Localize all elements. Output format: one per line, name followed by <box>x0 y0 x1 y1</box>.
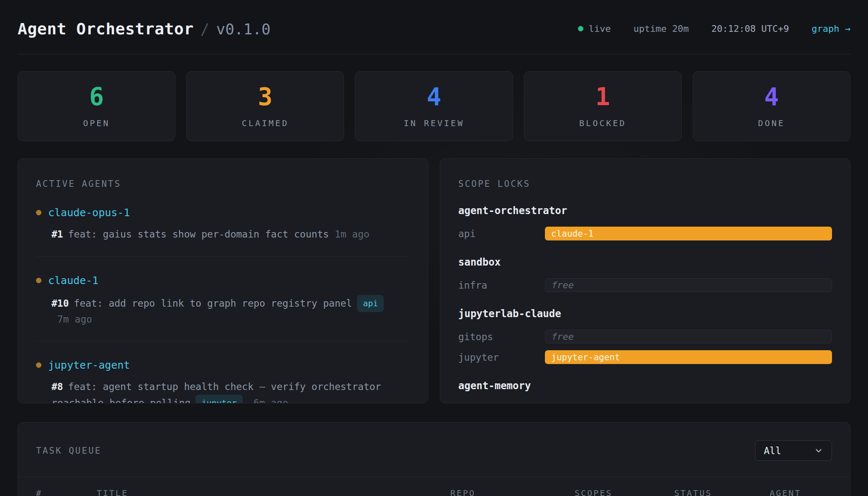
uptime-label: uptime 20m <box>633 23 688 34</box>
task-filter-value: All <box>764 445 781 456</box>
task-time-ago: 6m ago <box>254 398 288 403</box>
task-title: feat: gaius stats show per-domain fact c… <box>68 229 329 240</box>
task-title: feat: add repo link to graph repo regist… <box>74 298 352 309</box>
lock-group-name: sandbox <box>458 256 832 268</box>
app-title-group: Agent Orchestrator / v0.1.0 <box>18 20 271 38</box>
task-time-ago: 7m ago <box>57 314 92 325</box>
lock-group: jupyterlab-claude gitops free jupyter ju… <box>458 308 832 364</box>
stat-label-claimed: CLAIMED <box>242 118 289 128</box>
app-version: v0.1.0 <box>216 21 271 38</box>
stat-card-blocked: 1 BLOCKED <box>524 71 682 141</box>
task-id: #8 <box>51 381 63 392</box>
agent-entry: jupyter-agent #8feat: agent startup heal… <box>36 359 410 403</box>
lock-scope-label: infra <box>458 280 545 291</box>
agent-name-link[interactable]: jupyter-agent <box>48 359 130 371</box>
stat-value-claimed: 3 <box>258 85 272 109</box>
stats-row: 6 OPEN 3 CLAIMED 4 IN REVIEW 1 BLOCKED 4… <box>18 71 850 141</box>
task-filter-select[interactable]: All <box>755 440 832 461</box>
agent-name-link[interactable]: claude-1 <box>48 274 98 287</box>
scope-locks-panel: SCOPE LOCKS agent-orchestrator api claud… <box>440 158 850 403</box>
lock-row: infra free <box>458 278 832 292</box>
stat-label-blocked: BLOCKED <box>579 118 626 128</box>
live-dot-icon <box>578 26 583 31</box>
column-header-scopes: SCOPES <box>575 488 674 496</box>
stat-value-open: 6 <box>89 85 104 109</box>
column-header-id: # <box>36 488 97 496</box>
task-queue-panel: TASK QUEUE All # TITLE REPO SCOPES STATU… <box>18 422 850 496</box>
stat-card-done: 4 DONE <box>693 71 850 141</box>
scope-locks-title: SCOPE LOCKS <box>458 179 832 189</box>
agent-divider <box>36 256 410 257</box>
clock: 20:12:08 UTC+9 <box>711 23 789 34</box>
agent-task-line: #10feat: add repo link to graph repo reg… <box>51 295 410 327</box>
lock-group-name: jupyterlab-claude <box>458 308 832 320</box>
column-header-agent: AGENT <box>770 488 832 496</box>
header-status-group: live uptime 20m 20:12:08 UTC+9 graph → <box>578 23 850 34</box>
stat-label-in-review: IN REVIEW <box>404 118 464 128</box>
lock-holder-bar: jupyter-agent <box>545 350 832 364</box>
agent-entry: claude-1 #10feat: add repo link to graph… <box>36 274 410 327</box>
active-agents-title: ACTIVE AGENTS <box>36 179 410 189</box>
task-time-ago: 1m ago <box>335 229 370 240</box>
live-label: live <box>588 23 611 34</box>
lock-free-bar: free <box>545 278 832 292</box>
stat-card-in-review: 4 IN REVIEW <box>355 71 513 141</box>
scope-badge: jupyter <box>195 395 242 403</box>
title-separator: / <box>200 21 210 38</box>
stat-label-done: DONE <box>758 118 785 128</box>
lock-group-name: agent-orchestrator <box>458 205 832 217</box>
lock-holder-bar: claude-1 <box>545 227 832 240</box>
task-id: #10 <box>51 298 69 309</box>
task-queue-header: TASK QUEUE All <box>18 423 850 477</box>
agent-status-dot <box>36 210 41 215</box>
lock-row: gitops free <box>458 330 832 344</box>
app-header: Agent Orchestrator / v0.1.0 live uptime … <box>18 0 850 54</box>
stat-card-claimed: 3 CLAIMED <box>186 71 344 141</box>
agent-status-dot <box>36 362 41 368</box>
page-title: Agent Orchestrator <box>18 20 194 38</box>
agent-task-line: #1feat: gaius stats show per-domain fact… <box>51 227 410 242</box>
lock-group: agent-memory <box>458 380 832 392</box>
stat-label-open: OPEN <box>83 118 110 128</box>
agent-name-link[interactable]: claude-opus-1 <box>48 207 130 219</box>
active-agents-panel: ACTIVE AGENTS claude-opus-1 #1feat: gaiu… <box>18 158 428 403</box>
agent-task-line: #8feat: agent startup health check — ver… <box>51 380 410 403</box>
task-queue-title: TASK QUEUE <box>36 446 101 456</box>
task-table-header-row: # TITLE REPO SCOPES STATUS AGENT <box>18 477 850 496</box>
column-header-title: TITLE <box>97 488 450 496</box>
chevron-down-icon <box>814 446 823 455</box>
lock-row: jupyter jupyter-agent <box>458 350 832 364</box>
lock-group: sandbox infra free <box>458 256 832 292</box>
lock-scope-label: gitops <box>458 331 545 342</box>
agent-entry: claude-opus-1 #1feat: gaius stats show p… <box>36 207 410 242</box>
stat-value-done: 4 <box>764 85 779 109</box>
stat-value-in-review: 4 <box>427 85 442 109</box>
column-header-status: STATUS <box>674 488 770 496</box>
dashboard-page: Agent Orchestrator / v0.1.0 live uptime … <box>0 0 868 496</box>
scope-badge: api <box>357 295 384 312</box>
lock-group: agent-orchestrator api claude-1 <box>458 205 832 240</box>
stat-card-open: 6 OPEN <box>18 71 175 141</box>
mid-panels: ACTIVE AGENTS claude-opus-1 #1feat: gaiu… <box>18 158 850 403</box>
column-header-repo: REPO <box>450 488 575 496</box>
agent-divider <box>36 341 410 341</box>
lock-scope-label: api <box>458 228 545 239</box>
lock-free-bar: free <box>545 330 832 344</box>
live-status: live <box>578 23 611 34</box>
stat-value-blocked: 1 <box>596 85 610 109</box>
task-id: #1 <box>51 229 63 240</box>
lock-row: api claude-1 <box>458 227 832 240</box>
graph-link[interactable]: graph → <box>812 23 850 34</box>
agent-status-dot <box>36 278 41 283</box>
lock-scope-label: jupyter <box>458 352 545 363</box>
lock-group-name: agent-memory <box>458 380 832 392</box>
